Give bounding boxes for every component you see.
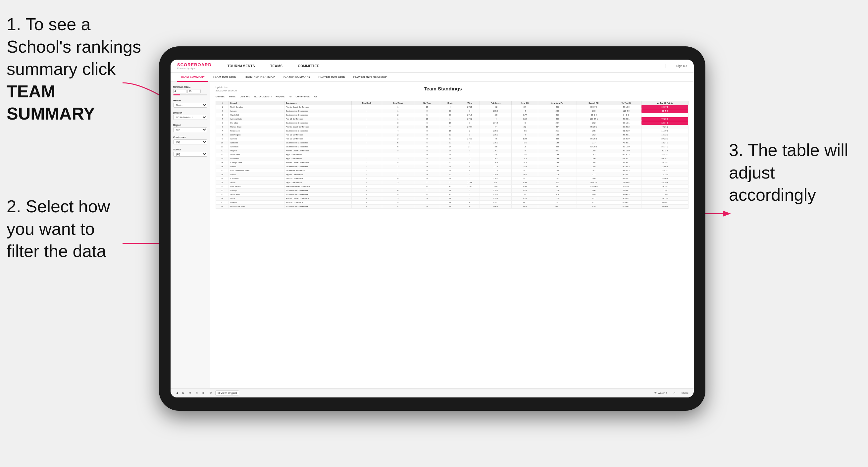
table-cell: 92-40-3 (611, 192, 642, 196)
table-cell: 24 (216, 196, 229, 200)
tab-player-h2h-grid[interactable]: PLAYER H2H GRID (315, 72, 349, 81)
table-cell: 260 (577, 109, 611, 113)
table-cell: 86-25-1 (611, 133, 642, 137)
table-cell: 221 (577, 196, 611, 200)
table-cell: 269 (577, 192, 611, 196)
table-cell: -3.8 (480, 145, 512, 149)
table-row: 3VanderbiltSoutheastern Conference–25272… (216, 113, 688, 117)
division-select[interactable]: NCAA Division I (173, 115, 207, 120)
min-input-1[interactable] (173, 89, 186, 93)
table-cell: 0.7 (480, 181, 512, 185)
minimum-slider[interactable] (173, 94, 207, 95)
table-cell: Tennessee (229, 129, 284, 133)
table-cell: Oregon (229, 200, 284, 204)
tab-team-h2h-grid[interactable]: TEAM H2H GRID (210, 72, 240, 81)
tab-team-h2h-heatmap[interactable]: TEAM H2H HEATMAP (241, 72, 278, 81)
table-cell: 279.5 (480, 200, 512, 204)
table-cell: 1 (382, 153, 414, 157)
table-row: 9ArizonaPac-12 Conference–2823276.3-4.61… (216, 137, 688, 141)
table-cell: – (352, 173, 382, 177)
table-row: 18IllinoisBig Ten Conference–19231279.1-… (216, 173, 688, 177)
view-original-button[interactable]: ⊞ View: Original (215, 391, 239, 396)
table-cell: 279.7 (460, 125, 480, 129)
table-cell: 7 (382, 165, 414, 168)
table-row: 21New MexicoMountain West Conference–122… (216, 185, 688, 188)
table-cell: 39-23-1 (642, 137, 688, 141)
table-cell: 276 (480, 153, 512, 157)
refresh-button[interactable]: ↺ (188, 391, 193, 395)
table-cell: 3 (460, 141, 480, 145)
expand-button[interactable]: ⤢ (672, 391, 677, 395)
conference-select[interactable]: (All) (173, 139, 207, 145)
table-cell: 30-15-1 (642, 157, 688, 161)
table-cell: 1.85 (538, 157, 577, 161)
table-cell: 97-21-1 (611, 157, 642, 161)
table-cell: 9 (216, 137, 229, 141)
col-overall: Overall RD. (577, 101, 611, 105)
table-cell: 1.44 (512, 181, 538, 185)
table-cell: Texas Tech (229, 153, 284, 157)
prev-button[interactable]: ◀ (175, 391, 179, 395)
table-cell: 117-4-0 (611, 109, 642, 113)
table-cell: 2.77 (512, 113, 538, 117)
table-cell: 2 (382, 133, 414, 137)
tab-player-h2h-heatmap[interactable]: PLAYER H2H HEATMAP (350, 72, 391, 81)
table-cell: -3.6 (512, 141, 538, 145)
table-cell: – (352, 157, 382, 161)
table-cell: 29 (440, 161, 460, 165)
table-cell: East Tennessee State (229, 168, 284, 173)
share-button[interactable]: Share (680, 391, 690, 395)
table-cell: 5 (414, 113, 440, 117)
table-row: 16FloridaSoutheastern Conference–7924427… (216, 165, 688, 168)
table-row: 24DukeAtlantic Coast Conference–59271279… (216, 196, 688, 200)
gender-filter-label: Gender: (216, 95, 225, 98)
next-button[interactable]: ▶ (181, 391, 186, 395)
clock-button[interactable]: ⏱ (208, 391, 213, 395)
table-cell: 1 (382, 117, 414, 121)
table-cell: -5.2 (512, 157, 538, 161)
table-cell: 18 (440, 121, 460, 125)
min-input-2[interactable] (187, 89, 201, 93)
watch-button[interactable]: 👁 Watch ▾ (653, 391, 669, 395)
table-cell: Alabama (229, 141, 284, 145)
table-cell: 2 (382, 157, 414, 161)
table-row: 5Ole MissSoutheastern Conference–3618127… (216, 121, 688, 125)
table-cell: 2 (460, 153, 480, 157)
table-cell: Big 12 Conference (284, 157, 351, 161)
instruction-1-bold: TEAM SUMMARY (7, 82, 95, 124)
table-cell: Illinois (229, 173, 284, 177)
table-cell: 4 (460, 168, 480, 173)
table-cell: 2.11 (538, 129, 577, 133)
gender-select[interactable]: Men's (173, 103, 207, 107)
table-cell: 80-25-2 (611, 165, 642, 168)
region-select[interactable]: N/A (173, 127, 207, 132)
grid-button[interactable]: ⊞ (201, 391, 206, 395)
table-cell: 14 (216, 157, 229, 161)
school-select[interactable]: (All) (173, 152, 207, 157)
table-cell: 7 (216, 129, 229, 133)
tab-team-summary[interactable]: TEAM SUMMARY (177, 72, 208, 82)
table-cell: 42-18-0 (611, 105, 642, 109)
nav-tournaments[interactable]: TOURNAMENTS (225, 63, 258, 69)
table-cell: Pac-12 Conference (284, 177, 351, 181)
table-cell: – (352, 117, 382, 121)
table-cell: 9 (414, 165, 440, 168)
tab-player-summary[interactable]: PLAYER SUMMARY (280, 72, 314, 81)
nav-teams[interactable]: TEAMS (268, 63, 285, 69)
table-cell: Pac-12 Conference (284, 200, 351, 204)
table-cell: 1.85 (538, 161, 577, 165)
table-cell: 27 (440, 153, 460, 157)
table-cell: 23 (440, 133, 460, 137)
table-cell: 0 (460, 204, 480, 208)
table-cell: 8 (414, 133, 440, 137)
school-filter: School (All) (173, 148, 207, 157)
nav-committee[interactable]: COMMITTEE (296, 63, 322, 69)
table-cell: 86-26-1 (577, 137, 611, 141)
sign-out-button[interactable]: Sign out (676, 64, 687, 68)
copy-button[interactable]: ⎘ (195, 391, 199, 395)
table-cell: -3.5 (512, 153, 538, 157)
table-cell: 43-23-1 (611, 117, 642, 121)
table-cell: -6.2 (480, 105, 512, 109)
table-row: 14OklahomaBig 12 Conference–24242276.9-5… (216, 157, 688, 161)
table-cell: – (352, 200, 382, 204)
